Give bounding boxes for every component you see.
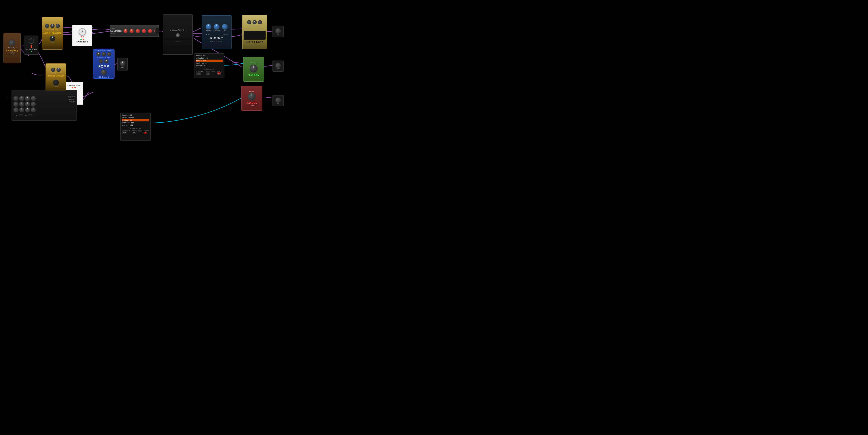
stereo-echo-lbl3: TIME [257, 26, 261, 28]
roomy-plugin[interactable]: DECAY DAMPING MIX INPUT OUTPUT ROOMY DRE… [202, 15, 231, 49]
switchbox-large-dial[interactable] [79, 28, 86, 35]
switchbox-small-switch[interactable] [29, 38, 34, 44]
alembic-volume-knob[interactable] [142, 29, 146, 33]
roomy-decay-knob[interactable] [206, 24, 212, 30]
alembic-bright-knob[interactable] [148, 29, 152, 33]
fomp-rate1-knob[interactable] [102, 52, 106, 56]
roomy-title: ROOMY [210, 36, 223, 40]
lead-trilogy-tone-label: TONE [50, 29, 54, 30]
midi-bottom-plugin[interactable]: beetvc3.mid clairdelune.mid furelose.mid… [120, 113, 151, 141]
eq-knob-9[interactable] [25, 107, 30, 113]
midi-top-item-1[interactable]: beetvc3.mid [196, 55, 223, 57]
level-box-plugin[interactable]: LVL [117, 58, 128, 70]
eq-knob-6[interactable] [19, 107, 24, 113]
midi-top-item-4[interactable]: mozk176a.mid [196, 62, 223, 64]
lead-trilogy-gain-knob[interactable] [56, 24, 60, 28]
stereo-echo-knob1[interactable] [247, 20, 251, 24]
fomp-plugin[interactable]: DEPTHRATE1DELAY DEPTH2RATE2 FOMP CS Chor… [93, 49, 115, 79]
eq-lowpass-label: LowPass [68, 101, 75, 103]
plexi-volume-knob[interactable] [51, 68, 55, 72]
plexi-main-knob[interactable] [53, 80, 59, 86]
alembic-switch[interactable] [156, 28, 159, 34]
fomp-delay-knob[interactable] [107, 52, 111, 56]
midi-top-onoff-btn[interactable]: O [217, 72, 220, 74]
alembic-plugin[interactable]: Quitarix ALEMBIC MONO [110, 25, 159, 37]
midi-top-plugin[interactable]: beetvc3.mid clairdelune.mid furelose.mid… [194, 54, 224, 79]
lead-trilogy-volume-knob[interactable] [45, 24, 49, 28]
switchbox-small-plugin[interactable]: SWITCHBOX [24, 35, 38, 55]
stereo-echo-plugin[interactable]: LINE LVR TIME ● INPUT OUTPUT● → Stereo E… [242, 15, 267, 49]
output-box-3-plugin[interactable]: OUT [273, 95, 284, 106]
output-box-1-plugin[interactable]: OUT [273, 26, 284, 37]
midi-bottom-item-4[interactable]: mozk176a.mid [122, 122, 149, 124]
switchbox-small-title: SWITCHBOX [26, 49, 37, 50]
midi-bottom-host-sync-btn[interactable]: OFF [122, 132, 127, 134]
fluidom-green-plugin[interactable]: forward FLUIDOM [243, 57, 264, 82]
midi-top-item-3-selected[interactable]: furelose.mid [196, 60, 223, 62]
stereo-echo-lbl2: LVR [253, 26, 256, 28]
eq-knob-11[interactable] [31, 102, 36, 106]
eq-knob-7[interactable] [25, 96, 30, 101]
midi-top-item-5[interactable]: mozseq1.mid [196, 65, 223, 67]
eq-toggle-1[interactable] [19, 114, 23, 116]
eq-knob-8[interactable] [25, 102, 30, 106]
midi-top-host-sync-btn[interactable]: OFF [196, 72, 201, 74]
midi-bottom-item-1[interactable]: beetvc3.mid [122, 114, 149, 117]
forward-audio-plugin[interactable]: forward audio → OUTPUT → [163, 14, 193, 55]
output-3-label: OUT [277, 103, 280, 104]
output-3-knob[interactable] [275, 97, 281, 103]
output-1-knob[interactable] [275, 28, 281, 34]
midi-bottom-onoff-btn[interactable]: O [144, 132, 147, 134]
eq-knob-1[interactable] [13, 96, 19, 101]
stereo-echo-knob2[interactable] [252, 20, 257, 24]
level-box-knob[interactable] [120, 61, 125, 66]
midi-top-repeat-btn[interactable]: ON [206, 72, 210, 74]
midi-top-list: beetvc3.mid clairdelune.mid furelose.mid… [194, 54, 224, 68]
fluidom-red-knob[interactable] [248, 92, 256, 100]
midi-bottom-item-5[interactable]: mozseq1.mid [122, 124, 149, 126]
antanas-plugin[interactable]: THRESHOLD ANTANAS abGate [3, 33, 21, 63]
eq-knob-3[interactable] [13, 107, 19, 113]
eq-knob-2[interactable] [13, 102, 19, 106]
fluidom-green-subtitle: forward [251, 62, 256, 64]
eq-knob-4[interactable] [19, 96, 24, 101]
fomp-main-knob[interactable] [101, 69, 107, 75]
output-2-knob[interactable] [275, 63, 281, 68]
midi-bottom-list: beetvc3.mid clairdelune.mid furelose.mid… [121, 113, 150, 127]
stereo-echo-title: Stereo Echo [246, 40, 264, 43]
fluidom-red-plugin[interactable]: LEVEL FLUIDOM Bass [241, 86, 262, 111]
stereo-echo-input: ● INPUT [244, 28, 250, 30]
alembic-mids-knob[interactable] [129, 29, 134, 33]
roomy-mix-knob[interactable] [222, 24, 228, 30]
switchbox-small-toggle[interactable] [31, 44, 32, 48]
plexi-tone-knob[interactable] [57, 68, 61, 72]
lead-trilogy-tone-knob[interactable] [50, 24, 55, 28]
midi-bottom-controls: HOST SYNC OFF REPEAT MODE ON ON/OFF O [121, 130, 149, 134]
midi-bottom-item-2[interactable]: clairdelune.mid [122, 117, 149, 119]
midi-top-item-2[interactable]: clairdelune.mid [196, 57, 223, 59]
antanas-threshold-knob[interactable] [9, 39, 16, 46]
eq-toggle-2[interactable] [28, 114, 32, 116]
roomy-damping-knob[interactable] [214, 24, 220, 30]
lead-trilogy-main-knob[interactable] [50, 36, 55, 41]
fluidom-red-subtitle: Bass [250, 104, 254, 106]
alembic-title: ALEMBIC [110, 30, 122, 32]
fluidom-green-knob[interactable] [250, 65, 258, 73]
eq-knob-5[interactable] [19, 102, 24, 106]
eq-footer: ✗ [33, 114, 35, 116]
eq-knob-10[interactable] [31, 96, 36, 101]
stereo-echo-knob3[interactable] [258, 20, 262, 24]
plexi-breed-plugin[interactable]: VOLUMETONE Plexi Breed lukais [45, 63, 66, 91]
fomp-depth2-knob[interactable] [99, 59, 103, 63]
lead-trilogy-plugin[interactable]: VOL TONE GAIN Lead Trilogy lukais [42, 17, 63, 50]
big-eq-plugin[interactable]: HighPass Enable LowPass ♩ OFF OFF ✗ [11, 90, 77, 121]
eq-knob-12[interactable] [31, 107, 36, 113]
midi-bottom-item-3-selected[interactable]: furelose.mid [122, 119, 149, 121]
fomp-rate2-knob[interactable] [104, 59, 108, 63]
output-box-2-plugin[interactable]: OUT [273, 61, 284, 72]
alembic-bass-knob[interactable] [123, 29, 128, 33]
midi-bottom-repeat-btn[interactable]: ON [132, 132, 136, 134]
fomp-depth-knob[interactable] [96, 52, 100, 56]
switchbox-large-plugin[interactable]: SWITCHBOX [72, 25, 92, 46]
alembic-treble-knob[interactable] [135, 29, 140, 33]
